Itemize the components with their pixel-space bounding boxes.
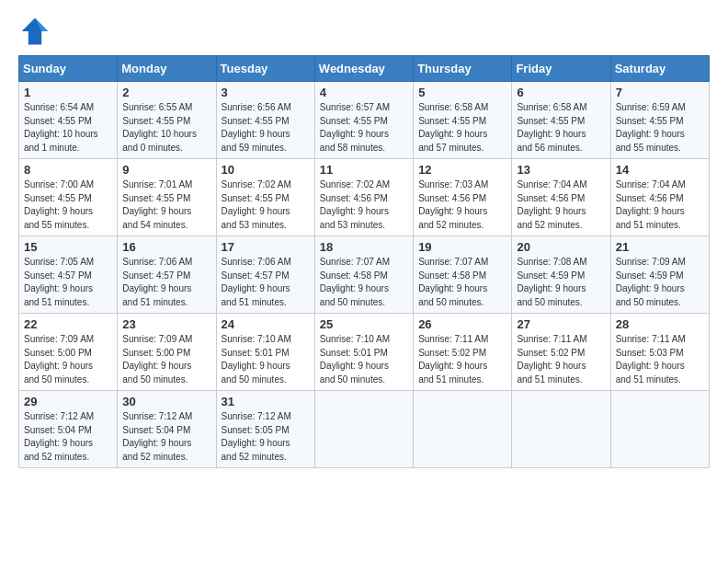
day-info: Sunrise: 7:00 AM Sunset: 4:55 PM Dayligh…	[24, 178, 112, 232]
day-info: Sunrise: 7:01 AM Sunset: 4:55 PM Dayligh…	[122, 178, 210, 232]
day-info: Sunrise: 7:02 AM Sunset: 4:56 PM Dayligh…	[320, 178, 408, 232]
cell-day: 20Sunrise: 7:08 AM Sunset: 4:59 PM Dayli…	[512, 236, 610, 314]
day-number: 9	[122, 163, 210, 177]
col-header-friday: Friday	[512, 56, 610, 82]
cell-day: 16Sunrise: 7:06 AM Sunset: 4:57 PM Dayli…	[118, 236, 216, 314]
cell-day: 13Sunrise: 7:04 AM Sunset: 4:56 PM Dayli…	[512, 159, 610, 236]
header	[18, 15, 710, 48]
day-info: Sunrise: 6:57 AM Sunset: 4:55 PM Dayligh…	[320, 101, 408, 155]
col-header-tuesday: Tuesday	[216, 56, 314, 82]
cell-day: 8Sunrise: 7:00 AM Sunset: 4:55 PM Daylig…	[19, 159, 118, 236]
cell-day: 23Sunrise: 7:09 AM Sunset: 5:00 PM Dayli…	[118, 314, 216, 391]
cell-day: 9Sunrise: 7:01 AM Sunset: 4:55 PM Daylig…	[118, 159, 216, 236]
day-number: 25	[320, 317, 408, 331]
cell-day: 26Sunrise: 7:11 AM Sunset: 5:02 PM Dayli…	[414, 314, 512, 391]
day-info: Sunrise: 7:12 AM Sunset: 5:05 PM Dayligh…	[222, 410, 310, 464]
day-info: Sunrise: 6:58 AM Sunset: 4:55 PM Dayligh…	[517, 101, 605, 155]
cell-day: 17Sunrise: 7:06 AM Sunset: 4:57 PM Dayli…	[216, 236, 314, 314]
day-number: 1	[24, 86, 112, 99]
day-number: 6	[517, 86, 605, 99]
day-info: Sunrise: 6:58 AM Sunset: 4:55 PM Dayligh…	[418, 101, 506, 155]
day-info: Sunrise: 7:04 AM Sunset: 4:56 PM Dayligh…	[517, 178, 605, 232]
week-row-1: 1Sunrise: 6:54 AM Sunset: 4:55 PM Daylig…	[19, 82, 710, 159]
day-number: 4	[320, 86, 408, 99]
day-number: 28	[616, 317, 704, 331]
cell-day: 31Sunrise: 7:12 AM Sunset: 5:05 PM Dayli…	[216, 391, 314, 468]
day-number: 30	[122, 395, 210, 408]
cell-day: 30Sunrise: 7:12 AM Sunset: 5:04 PM Dayli…	[118, 391, 216, 468]
col-header-thursday: Thursday	[414, 56, 512, 82]
day-number: 18	[320, 240, 408, 254]
day-number: 21	[616, 240, 704, 254]
day-number: 24	[222, 317, 310, 331]
day-number: 7	[616, 86, 704, 99]
day-number: 22	[24, 317, 112, 331]
day-info: Sunrise: 7:04 AM Sunset: 4:56 PM Dayligh…	[616, 178, 704, 232]
day-number: 13	[517, 163, 605, 177]
day-info: Sunrise: 7:09 AM Sunset: 5:00 PM Dayligh…	[122, 333, 210, 386]
cell-day: 29Sunrise: 7:12 AM Sunset: 5:04 PM Dayli…	[19, 391, 118, 468]
day-info: Sunrise: 7:11 AM Sunset: 5:02 PM Dayligh…	[517, 333, 605, 386]
cell-day: 11Sunrise: 7:02 AM Sunset: 4:56 PM Dayli…	[314, 159, 413, 236]
week-row-5: 29Sunrise: 7:12 AM Sunset: 5:04 PM Dayli…	[19, 391, 710, 468]
week-row-3: 15Sunrise: 7:05 AM Sunset: 4:57 PM Dayli…	[19, 236, 710, 314]
cell-day: 4Sunrise: 6:57 AM Sunset: 4:55 PM Daylig…	[314, 82, 413, 159]
cell-day	[414, 391, 512, 468]
day-number: 29	[24, 395, 112, 408]
day-number: 2	[122, 86, 210, 99]
cell-day: 1Sunrise: 6:54 AM Sunset: 4:55 PM Daylig…	[19, 82, 118, 159]
day-number: 5	[418, 86, 506, 99]
day-number: 27	[517, 317, 605, 331]
day-number: 23	[122, 317, 210, 331]
day-info: Sunrise: 7:02 AM Sunset: 4:55 PM Dayligh…	[222, 178, 310, 232]
cell-day: 18Sunrise: 7:07 AM Sunset: 4:58 PM Dayli…	[314, 236, 413, 314]
day-info: Sunrise: 6:59 AM Sunset: 4:55 PM Dayligh…	[616, 101, 704, 155]
day-number: 31	[222, 395, 310, 408]
day-number: 20	[517, 240, 605, 254]
cell-day: 15Sunrise: 7:05 AM Sunset: 4:57 PM Dayli…	[19, 236, 118, 314]
day-info: Sunrise: 7:07 AM Sunset: 4:58 PM Dayligh…	[320, 256, 408, 309]
cell-day: 21Sunrise: 7:09 AM Sunset: 4:59 PM Dayli…	[610, 236, 709, 314]
day-number: 11	[320, 163, 408, 177]
cell-day	[610, 391, 709, 468]
cell-day: 12Sunrise: 7:03 AM Sunset: 4:56 PM Dayli…	[414, 159, 512, 236]
cell-day: 14Sunrise: 7:04 AM Sunset: 4:56 PM Dayli…	[610, 159, 709, 236]
header-row: SundayMondayTuesdayWednesdayThursdayFrid…	[19, 56, 710, 82]
cell-day: 3Sunrise: 6:56 AM Sunset: 4:55 PM Daylig…	[216, 82, 314, 159]
day-info: Sunrise: 6:56 AM Sunset: 4:55 PM Dayligh…	[222, 101, 310, 155]
day-info: Sunrise: 7:03 AM Sunset: 4:56 PM Dayligh…	[418, 178, 506, 232]
day-number: 12	[418, 163, 506, 177]
cell-day	[512, 391, 610, 468]
cell-day: 19Sunrise: 7:07 AM Sunset: 4:58 PM Dayli…	[414, 236, 512, 314]
day-info: Sunrise: 7:09 AM Sunset: 5:00 PM Dayligh…	[24, 333, 112, 386]
day-info: Sunrise: 7:10 AM Sunset: 5:01 PM Dayligh…	[222, 333, 310, 386]
calendar-page: SundayMondayTuesdayWednesdayThursdayFrid…	[0, 0, 728, 477]
day-number: 3	[222, 86, 310, 99]
cell-day: 6Sunrise: 6:58 AM Sunset: 4:55 PM Daylig…	[512, 82, 610, 159]
col-header-sunday: Sunday	[19, 56, 118, 82]
day-info: Sunrise: 7:06 AM Sunset: 4:57 PM Dayligh…	[122, 256, 210, 309]
col-header-wednesday: Wednesday	[314, 56, 413, 82]
day-info: Sunrise: 7:10 AM Sunset: 5:01 PM Dayligh…	[320, 333, 408, 386]
cell-day: 10Sunrise: 7:02 AM Sunset: 4:55 PM Dayli…	[216, 159, 314, 236]
week-row-2: 8Sunrise: 7:00 AM Sunset: 4:55 PM Daylig…	[19, 159, 710, 236]
day-info: Sunrise: 6:54 AM Sunset: 4:55 PM Dayligh…	[24, 101, 112, 155]
day-info: Sunrise: 7:11 AM Sunset: 5:02 PM Dayligh…	[418, 333, 506, 386]
day-number: 14	[616, 163, 704, 177]
logo-icon	[18, 15, 51, 48]
day-info: Sunrise: 7:12 AM Sunset: 5:04 PM Dayligh…	[122, 410, 210, 464]
calendar-table: SundayMondayTuesdayWednesdayThursdayFrid…	[18, 55, 710, 468]
cell-day: 27Sunrise: 7:11 AM Sunset: 5:02 PM Dayli…	[512, 314, 610, 391]
day-info: Sunrise: 7:11 AM Sunset: 5:03 PM Dayligh…	[616, 333, 704, 386]
week-row-4: 22Sunrise: 7:09 AM Sunset: 5:00 PM Dayli…	[19, 314, 710, 391]
day-info: Sunrise: 7:06 AM Sunset: 4:57 PM Dayligh…	[222, 256, 310, 309]
day-info: Sunrise: 6:55 AM Sunset: 4:55 PM Dayligh…	[122, 101, 210, 155]
col-header-saturday: Saturday	[610, 56, 709, 82]
day-number: 8	[24, 163, 112, 177]
day-number: 10	[222, 163, 310, 177]
cell-day: 5Sunrise: 6:58 AM Sunset: 4:55 PM Daylig…	[414, 82, 512, 159]
cell-day: 22Sunrise: 7:09 AM Sunset: 5:00 PM Dayli…	[19, 314, 118, 391]
day-info: Sunrise: 7:08 AM Sunset: 4:59 PM Dayligh…	[517, 256, 605, 309]
cell-day: 28Sunrise: 7:11 AM Sunset: 5:03 PM Dayli…	[610, 314, 709, 391]
day-info: Sunrise: 7:12 AM Sunset: 5:04 PM Dayligh…	[24, 410, 112, 464]
